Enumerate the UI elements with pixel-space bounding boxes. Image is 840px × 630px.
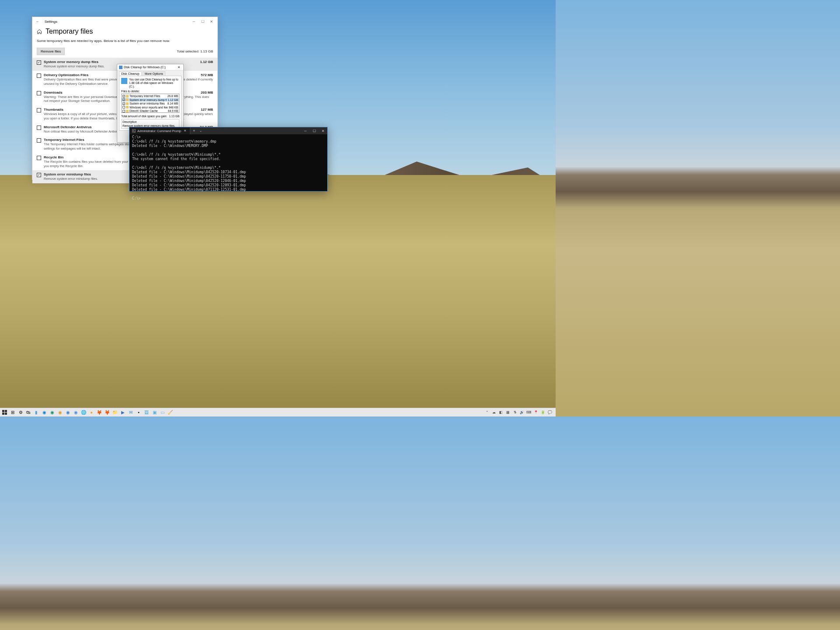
- taskbar: ⊞ ⚙ 🛍 ▮ ◉ ◉ ◉ ◉ ◉ 🌐 ● 🦊 🦊 📁 ▶ ✉ ▪ 🖼 ▣ ▭ …: [0, 408, 556, 416]
- taskbar-powershell-icon[interactable]: ▶: [119, 409, 127, 416]
- cmd-icon: >_: [132, 129, 136, 133]
- dc-file-row[interactable]: Windows error reports and feedback di...…: [122, 105, 179, 109]
- disk-cleanup-titlebar[interactable]: Disk Cleanup for Windows (C:) ✕: [117, 64, 183, 70]
- description-header: Description: [122, 120, 178, 123]
- total-gain-value: 1.13 GB: [169, 115, 179, 118]
- total-gain-label: Total amount of disk space you gain:: [121, 115, 167, 118]
- minimize-button[interactable]: ─: [301, 129, 310, 133]
- close-button[interactable]: ✕: [176, 66, 182, 69]
- tray-app-icon[interactable]: ◧: [498, 410, 504, 416]
- checkbox[interactable]: [37, 91, 41, 95]
- checkbox[interactable]: ✓: [122, 95, 125, 98]
- terminal-tab-title: Administrator: Command Promp: [137, 130, 181, 133]
- tray-action-center-icon[interactable]: 💬: [547, 410, 553, 416]
- dc-file-row[interactable]: DirectX Shader Cache64.9 KB: [122, 109, 179, 113]
- taskbar-settings-icon[interactable]: ⚙: [17, 409, 24, 416]
- tray-battery-icon[interactable]: 🔋: [540, 410, 546, 416]
- tab-disk-cleanup[interactable]: Disk Cleanup: [119, 71, 142, 76]
- page-title: Temporary files: [46, 28, 93, 35]
- tray-overflow-button[interactable]: ⌃: [484, 410, 490, 416]
- file-item-title: System error minidump files: [44, 172, 91, 176]
- taskbar-edge-canary-icon[interactable]: ◉: [56, 409, 64, 416]
- checkbox[interactable]: ✓: [37, 60, 41, 65]
- svg-rect-0: [2, 410, 4, 412]
- dc-file-size: 26.8 MB: [168, 94, 178, 98]
- remove-files-button[interactable]: Remove files: [37, 48, 65, 55]
- taskbar-chromium-icon[interactable]: ◉: [72, 409, 80, 416]
- tab-dropdown-button[interactable]: ⌄: [198, 129, 204, 133]
- terminal-tab[interactable]: >_ Administrator: Command Promp ✕: [130, 127, 190, 134]
- checkbox[interactable]: [37, 156, 41, 160]
- back-button[interactable]: ←: [34, 20, 41, 24]
- taskbar-app2-icon[interactable]: ▣: [150, 409, 158, 416]
- taskbar-disk-cleanup-icon[interactable]: 🧹: [166, 409, 174, 416]
- disk-cleanup-file-list[interactable]: ✓Temporary Internet Files26.8 MB✓System …: [121, 94, 179, 113]
- file-item-title: Temporary Internet Files: [44, 138, 84, 142]
- taskbar-firefox-nightly-icon[interactable]: 🦊: [103, 409, 111, 416]
- checkbox[interactable]: [122, 110, 125, 112]
- file-icon: [126, 102, 129, 105]
- file-icon: [126, 95, 129, 98]
- settings-titlebar[interactable]: ← Settings ─ ☐ ✕: [32, 17, 217, 26]
- taskbar-app3-icon[interactable]: ▭: [158, 409, 166, 416]
- start-button[interactable]: [1, 409, 9, 416]
- maximize-button[interactable]: ☐: [310, 129, 318, 133]
- checkbox[interactable]: [37, 138, 41, 143]
- dc-file-row[interactable]: ✓Temporary Internet Files26.8 MB: [122, 94, 179, 98]
- tray-language-icon[interactable]: ⌨: [526, 410, 532, 416]
- dc-file-size: 1.12 GB: [168, 98, 178, 102]
- taskbar-widgets-icon[interactable]: ▮: [32, 409, 40, 416]
- tray-location-icon[interactable]: 📍: [533, 410, 539, 416]
- dc-file-size: 64.9 KB: [168, 109, 178, 112]
- taskbar-store-icon[interactable]: 🛍: [24, 409, 32, 416]
- file-item-title: Thumbnails: [44, 108, 63, 112]
- tray-app2-icon[interactable]: ▦: [505, 410, 511, 416]
- taskbar-photos-icon[interactable]: 🖼: [143, 409, 150, 416]
- file-item-size: 572 MB: [201, 73, 213, 77]
- tab-more-options[interactable]: More Options: [143, 71, 165, 76]
- file-icon: [126, 98, 129, 101]
- close-button[interactable]: ✕: [207, 20, 216, 24]
- file-item-title: Downloads: [44, 91, 63, 94]
- taskbar-edge-dev-icon[interactable]: ◉: [48, 409, 56, 416]
- taskbar-mail-icon[interactable]: ✉: [127, 409, 135, 416]
- taskbar-app-icon[interactable]: ◉: [64, 409, 72, 416]
- tray-network-icon[interactable]: ⇅: [512, 410, 518, 416]
- terminal-output[interactable]: C:\> C:\>del /f /s /q %systemroot%\memor…: [130, 134, 327, 202]
- checkbox[interactable]: ✓: [122, 98, 125, 101]
- checkbox[interactable]: [122, 106, 125, 108]
- taskbar-chrome-icon[interactable]: 🌐: [80, 409, 88, 416]
- new-tab-button[interactable]: +: [190, 129, 198, 133]
- checkbox[interactable]: ✓: [122, 102, 125, 105]
- settings-app-title: Settings: [41, 20, 189, 24]
- maximize-button[interactable]: ☐: [198, 20, 207, 24]
- taskbar-terminal-icon[interactable]: ▪: [135, 409, 143, 416]
- file-item-title: System error memory dump files: [44, 60, 98, 64]
- tray-onedrive-icon[interactable]: ☁: [491, 410, 497, 416]
- checkbox[interactable]: [37, 108, 41, 112]
- tray-volume-icon[interactable]: 🔊: [519, 410, 525, 416]
- taskbar-chrome-canary-icon[interactable]: ●: [88, 409, 95, 416]
- task-view-button[interactable]: ⊞: [9, 409, 17, 416]
- terminal-titlebar[interactable]: >_ Administrator: Command Promp ✕ + ⌄ ─ …: [130, 127, 327, 134]
- minimize-button[interactable]: ─: [189, 20, 198, 24]
- disk-cleanup-info: You can use Disk Cleanup to free up to 1…: [129, 78, 179, 88]
- svg-rect-2: [2, 413, 4, 415]
- tab-close-button[interactable]: ✕: [183, 129, 187, 133]
- home-icon[interactable]: [37, 29, 42, 34]
- file-item-size: 127 MB: [201, 108, 213, 112]
- taskbar-firefox-icon[interactable]: 🦊: [95, 409, 103, 416]
- svg-rect-1: [5, 410, 7, 412]
- total-selected-label: Total selected: 1.13 GB: [177, 49, 213, 53]
- checkbox[interactable]: ✓: [37, 173, 41, 177]
- dc-file-row[interactable]: ✓System error memory dump files1.12 GB: [122, 98, 179, 102]
- checkbox[interactable]: [37, 74, 41, 78]
- taskbar-edge-icon[interactable]: ◉: [40, 409, 48, 416]
- file-icon: [126, 106, 129, 108]
- dc-file-row[interactable]: ✓System error minidump files8.14 MB: [122, 102, 179, 105]
- files-to-delete-label: Files to delete:: [121, 90, 179, 93]
- close-button[interactable]: ✕: [318, 129, 327, 133]
- taskbar-explorer-icon[interactable]: 📁: [111, 409, 119, 416]
- file-item-size: 1.12 GB: [200, 60, 213, 64]
- checkbox[interactable]: [37, 126, 41, 130]
